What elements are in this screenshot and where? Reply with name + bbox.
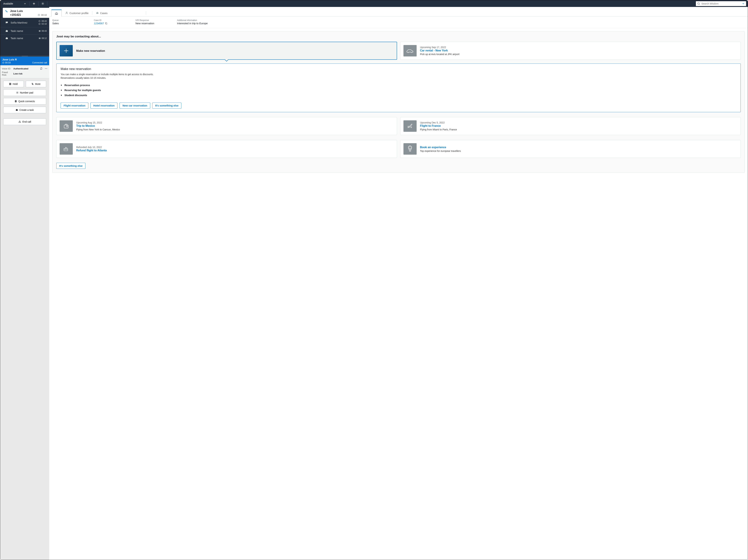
svg-rect-5: [6, 30, 8, 32]
button-label: Mute: [35, 82, 41, 86]
caret-right-icon: [61, 94, 62, 96]
detail-title: Make new reservation: [61, 67, 737, 71]
refresh-icon[interactable]: [40, 67, 43, 70]
detail-text: Reservations usually takes 10-15 minutes…: [61, 76, 106, 79]
voice-id-value: Authenticated: [13, 67, 28, 70]
call-header: Jose Luis R 00:33 Connected call: [0, 57, 49, 65]
something-else-footer-button[interactable]: It's something else: [56, 163, 86, 169]
phone-icon: [5, 10, 8, 13]
divider: [47, 2, 47, 6]
new-contact-button[interactable]: [31, 1, 37, 6]
contact-item[interactable]: Sofía Martínez 06:43 02:10: [0, 18, 49, 27]
pause-icon: [39, 30, 41, 32]
tab-home[interactable]: [51, 9, 62, 17]
briefcase-icon: [5, 37, 8, 40]
caller-name: Jose Luis R: [2, 58, 47, 61]
user-icon: [65, 11, 68, 15]
card-desc: Flying from Miami to Paris, France: [420, 128, 457, 131]
svg-point-23: [17, 93, 17, 93]
settings-button[interactable]: [40, 1, 45, 6]
body: Jose Luis +191421 00:10 Sofía Martínez: [0, 7, 748, 560]
svg-point-24: [17, 93, 18, 93]
info-label: IVR Response: [136, 19, 170, 22]
card-car-rental[interactable]: Upcoming Sep 17, 2022 Car rental - New Y…: [400, 42, 741, 60]
voice-id-label: Voice ID:: [2, 67, 13, 70]
card-desc: Pick up at Avis located at JFK airport: [420, 53, 460, 55]
number-pad-button[interactable]: Number pad: [3, 89, 46, 96]
contact-active[interactable]: Jose Luis +191421 00:10: [3, 8, 49, 18]
svg-rect-38: [65, 124, 67, 125]
quick-connects-button[interactable]: Quick connects: [3, 98, 46, 104]
card-new-reservation[interactable]: Make new reservation: [56, 42, 397, 60]
fraud-risk-value: Low risk: [13, 72, 23, 75]
info-label: Queue: [52, 19, 87, 22]
tab-label: Customer profile: [69, 11, 89, 15]
info-case-id: Case ID 1234567: [94, 19, 128, 25]
contact-name: Jose Luis: [10, 9, 23, 13]
accordion-item[interactable]: Reserving for multiple guests: [61, 88, 737, 93]
car-reservation-button[interactable]: New car reservation: [119, 102, 150, 108]
mute-button[interactable]: Mute: [26, 81, 46, 87]
tab-label: Cases: [100, 11, 108, 15]
card-title: Make new reservation: [76, 49, 105, 52]
accordion-item[interactable]: Student discounts: [61, 93, 737, 98]
button-label: End call: [23, 120, 31, 123]
flight-reservation-button[interactable]: Flight reservation: [61, 102, 88, 108]
card-refund-atlanta[interactable]: Refunded July 10, 2022 Refund flight to …: [56, 140, 397, 158]
plus-icon: [32, 2, 36, 5]
case-id-link[interactable]: 1234567: [94, 22, 128, 25]
svg-rect-36: [106, 23, 107, 24]
contact-item[interactable]: Task name 08:12: [0, 34, 49, 42]
plane-icon: [403, 120, 417, 132]
tab-customer-profile[interactable]: Customer profile: [62, 9, 92, 17]
info-value: Interested in trip to Europe: [177, 22, 218, 25]
hold-button[interactable]: Hold: [3, 81, 24, 87]
card-book-experience[interactable]: Book an experience Top experience for eu…: [400, 140, 741, 158]
chat-icon: [5, 21, 8, 24]
more-icon[interactable]: [45, 67, 47, 70]
svg-point-16: [47, 68, 47, 69]
agent-status-dropdown[interactable]: Available: [2, 2, 28, 5]
call-time: 00:33: [5, 61, 11, 64]
svg-point-27: [17, 93, 18, 93]
svg-rect-42: [410, 150, 411, 151]
contact-item[interactable]: Task name 06:43: [0, 27, 49, 34]
call-controls: Hold Mute Number pad Quick connects: [0, 78, 49, 127]
svg-point-1: [698, 3, 699, 4]
svg-point-41: [408, 146, 412, 149]
contact-phone: +191421: [10, 13, 21, 17]
info-label: Case ID: [94, 19, 128, 22]
svg-rect-18: [10, 83, 11, 85]
card-date: Refunded July 10, 2022: [76, 146, 107, 149]
svg-rect-31: [16, 109, 18, 111]
hotel-reservation-button[interactable]: Hotel reservation: [90, 102, 118, 108]
pause-icon: [9, 83, 11, 85]
accordion-item[interactable]: Reservation process: [61, 82, 737, 88]
card-title: Car rental - New York: [420, 49, 460, 52]
search-input[interactable]: [701, 2, 742, 5]
svg-point-20: [17, 92, 17, 92]
svg-rect-8: [40, 30, 40, 32]
tab-cases[interactable]: Cases: [92, 9, 111, 17]
svg-rect-35: [97, 12, 98, 13]
copy-icon[interactable]: [105, 22, 108, 25]
chevron-down-icon[interactable]: [742, 2, 745, 5]
card-trip-mexico[interactable]: Upcoming Aug 15, 2022 Trip to Mexico Fly…: [56, 117, 397, 135]
svg-rect-10: [6, 38, 7, 38]
svg-point-22: [18, 92, 18, 92]
svg-point-4: [39, 23, 40, 25]
something-else-button[interactable]: It's something else: [152, 102, 181, 108]
svg-rect-34: [96, 13, 98, 14]
wisdom-search[interactable]: [696, 1, 746, 6]
mute-icon: [31, 83, 34, 85]
clock-icon: [2, 62, 4, 64]
svg-point-25: [18, 93, 18, 93]
suggestions-panel: José may be contacting about... Make new…: [52, 31, 745, 173]
card-flight-france[interactable]: Upcoming Dec 5, 2022 Flight to France Fl…: [400, 117, 741, 135]
create-task-button[interactable]: Create a task: [3, 107, 46, 113]
voice-id-panel: Voice ID: Authenticated Fraud Risk: Low …: [0, 65, 49, 78]
card-date: Upcoming Dec 5, 2022: [420, 121, 457, 124]
time-label: 06:43: [42, 20, 47, 22]
end-call-button[interactable]: End call: [3, 118, 46, 125]
detail-text: You can make a single reservation or inc…: [61, 73, 154, 76]
